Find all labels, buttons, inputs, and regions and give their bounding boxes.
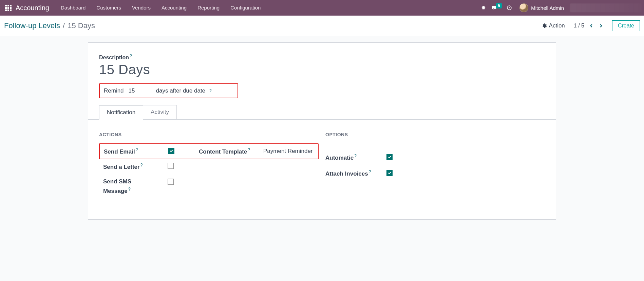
content-template-label: Content Template [199, 148, 247, 155]
breadcrumb-sep: / [63, 21, 65, 30]
navbar: Accounting Dashboard Customers Vendors A… [0, 0, 644, 16]
nav-systray: 5 Mitchell Admin [477, 2, 641, 14]
automatic-checkbox[interactable] [386, 154, 393, 160]
send-sms-label: Send SMS Message? [103, 177, 168, 196]
create-button[interactable]: Create [612, 20, 640, 31]
help-icon[interactable]: ? [209, 88, 212, 93]
content-template-value[interactable]: Payment Reminder [263, 148, 314, 155]
chevron-left-icon[interactable] [589, 23, 594, 29]
gear-icon [542, 23, 547, 28]
help-icon[interactable]: ? [136, 147, 138, 152]
app-brand[interactable]: Accounting [16, 4, 49, 12]
pager: 1 / 5 [574, 23, 603, 29]
clock-icon[interactable] [503, 2, 515, 14]
nav-vendors[interactable]: Vendors [127, 0, 156, 16]
nav-customers[interactable]: Customers [91, 0, 127, 16]
nav-accounting[interactable]: Accounting [156, 0, 192, 16]
options-group: OPTIONS Automatic? Attach Invoices? [325, 132, 545, 199]
nav-dashboard[interactable]: Dashboard [55, 0, 91, 16]
help-icon[interactable]: ? [130, 54, 132, 58]
help-icon[interactable]: ? [140, 163, 143, 167]
help-icon[interactable]: ? [369, 169, 371, 174]
form-sheet: Description? 15 Days Remind 15 days afte… [88, 42, 556, 220]
tab-activity[interactable]: Activity [143, 105, 177, 119]
description-value[interactable]: 15 Days [99, 62, 545, 77]
breadcrumb-root[interactable]: Follow-up Levels [4, 21, 60, 30]
breadcrumb: Follow-up Levels / 15 Days [4, 21, 95, 30]
tabs: Notification Activity [88, 105, 556, 120]
help-icon[interactable]: ? [128, 187, 131, 192]
help-icon[interactable]: ? [248, 147, 250, 152]
avatar [519, 3, 528, 12]
pager-text: 1 / 5 [574, 23, 584, 29]
remind-suffix: days after due date [156, 87, 206, 94]
nav-configuration[interactable]: Configuration [225, 0, 266, 16]
help-icon[interactable]: ? [354, 154, 357, 158]
actions-legend: ACTIONS [99, 132, 319, 142]
messages-icon[interactable]: 5 [490, 2, 503, 14]
remind-label: Remind [104, 87, 124, 94]
bug-icon[interactable] [477, 2, 490, 14]
controlbar: Follow-up Levels / 15 Days Action 1 / 5 … [0, 16, 644, 36]
breadcrumb-current: 15 Days [68, 21, 95, 30]
send-letter-label: Send a Letter [103, 163, 140, 170]
send-letter-checkbox[interactable] [168, 163, 174, 169]
automatic-label: Automatic [325, 155, 354, 161]
apps-icon[interactable] [3, 2, 14, 13]
attach-invoices-label: Attach Invoices [325, 170, 368, 177]
nav-reporting[interactable]: Reporting [192, 0, 225, 16]
remind-row: Remind 15 days after due date? [99, 83, 238, 98]
send-sms-checkbox[interactable] [168, 179, 174, 185]
messages-badge: 5 [496, 3, 502, 8]
action-label: Action [549, 22, 565, 29]
actions-group: ACTIONS Send Email? Content Template? Pa… [99, 132, 319, 199]
remind-value[interactable]: 15 [127, 87, 153, 94]
tab-notification[interactable]: Notification [99, 105, 143, 120]
send-email-checkbox[interactable] [168, 148, 174, 154]
user-name: Mitchell Admin [531, 5, 564, 11]
user-menu[interactable]: Mitchell Admin [516, 3, 567, 12]
action-menu[interactable]: Action [542, 22, 565, 29]
description-label: Description [99, 55, 129, 60]
send-email-label: Send Email [104, 148, 135, 155]
options-legend: OPTIONS [325, 132, 545, 149]
blurred-region [570, 3, 641, 12]
chevron-right-icon[interactable] [599, 23, 603, 29]
attach-invoices-checkbox[interactable] [386, 170, 393, 176]
nav-menu: Dashboard Customers Vendors Accounting R… [55, 0, 266, 16]
